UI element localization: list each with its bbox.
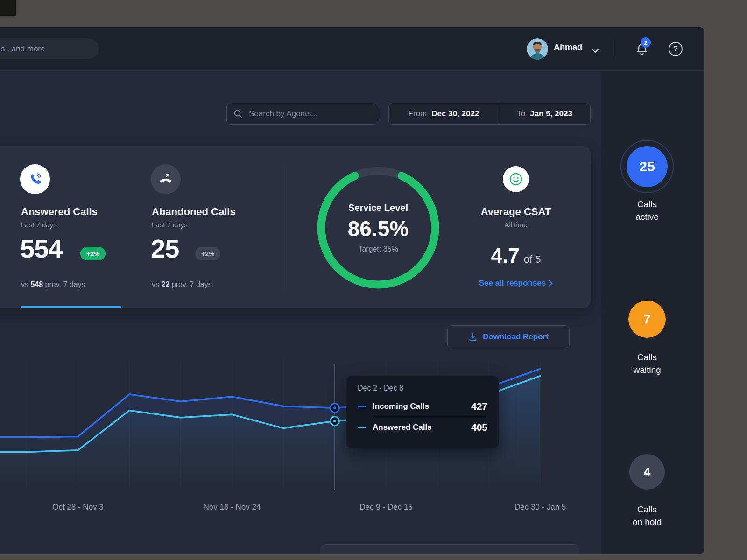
calls-waiting-label: Calls waiting [614, 351, 680, 376]
answered-calls-delta-badge: +2% [80, 247, 106, 260]
window-frame-corner [0, 0, 16, 16]
download-icon [468, 332, 478, 342]
calls-active-counter[interactable]: 25 [627, 146, 668, 187]
calls-on-hold-counter[interactable]: 4 [629, 454, 665, 490]
abandoned-calls-comparison: vs 22 prev. 7 days [152, 280, 212, 289]
agent-search-input[interactable] [249, 109, 361, 119]
csat-title: Average CSAT [460, 206, 572, 218]
chevron-right-icon [549, 280, 553, 287]
agent-search-box[interactable] [226, 103, 378, 125]
kpi-summary-card: Answered Calls Last 7 days 554 +2% vs 54… [0, 146, 591, 308]
csat-period: All time [460, 221, 572, 229]
next-section-edge [320, 544, 579, 554]
csat-smiley-icon [503, 166, 529, 192]
svg-text:Dec 9 - Dec 15: Dec 9 - Dec 15 [359, 503, 412, 511]
tooltip-row-incoming: Incoming Calls 427 [358, 396, 487, 417]
abandoned-calls-title[interactable]: Abandoned Calls [152, 206, 236, 218]
topbar-divider [613, 41, 613, 58]
svg-text:Nov 18 - Nov 24: Nov 18 - Nov 24 [204, 503, 261, 511]
notification-badge: 2 [641, 37, 651, 48]
answered-calls-comparison: vs 548 prev. 7 days [21, 280, 85, 289]
csat-scale: of 5 [524, 253, 541, 266]
chart-tooltip: Dec 2 - Dec 8 Incoming Calls 427 Answere… [346, 376, 499, 448]
incoming-series-swatch [358, 406, 366, 407]
date-to-value: Jan 5, 2023 [530, 109, 572, 119]
answered-calls-icon [20, 164, 50, 194]
service-level-value: 86.5% [348, 216, 409, 241]
answered-series-swatch [358, 427, 366, 428]
svg-text:Dec 30 - Jan 5: Dec 30 - Jan 5 [514, 503, 566, 511]
answered-calls-value: 554 [20, 234, 62, 264]
answered-calls-period: Last 7 days [21, 221, 57, 229]
service-level-text: Service Level 86.5% Target: 85% [313, 162, 444, 293]
chevron-down-icon[interactable] [592, 47, 599, 55]
service-level-target: Target: 85% [358, 245, 398, 253]
user-name[interactable]: Ahmad [554, 42, 582, 52]
date-to-field[interactable]: To Jan 5, 2023 [499, 103, 590, 124]
answered-calls-title[interactable]: Answered Calls [21, 206, 98, 218]
svg-text:Oct 28 - Nov 3: Oct 28 - Nov 3 [52, 503, 104, 511]
card-divider [284, 164, 284, 291]
avatar[interactable] [527, 38, 548, 60]
help-glyph: ? [673, 45, 678, 53]
calls-waiting-counter[interactable]: 7 [628, 301, 666, 338]
see-all-responses-link[interactable]: See all responses [460, 279, 572, 288]
active-tab-indicator [21, 306, 121, 308]
abandoned-calls-period: Last 7 days [152, 221, 188, 229]
tooltip-date-range: Dec 2 - Dec 8 [358, 384, 487, 392]
download-report-button[interactable]: Download Report [447, 325, 570, 348]
abandoned-calls-value: 25 [151, 234, 179, 264]
global-search-pill[interactable]: s , and more [0, 38, 99, 59]
service-level-title: Service Level [348, 203, 408, 213]
date-from-label: From [409, 109, 427, 119]
date-to-label: To [517, 109, 525, 119]
help-button[interactable]: ? [669, 42, 683, 56]
abandoned-calls-delta-badge: +2% [195, 247, 220, 260]
global-search-text: s , and more [1, 44, 45, 54]
date-range-picker: From Dec 30, 2022 To Jan 5, 2023 [388, 103, 591, 125]
csat-value: 4.7 [491, 244, 520, 267]
date-from-value: Dec 30, 2022 [431, 109, 479, 119]
tooltip-row-answered: Answered Calls 405 [358, 417, 487, 438]
abandoned-calls-icon [151, 164, 181, 194]
download-report-label: Download Report [483, 332, 549, 342]
calls-active-label: Calls active [614, 198, 680, 223]
date-from-field[interactable]: From Dec 30, 2022 [389, 103, 499, 124]
calls-on-hold-label: Calls on hold [614, 503, 680, 528]
app-window: s , and more Ahmad 2 ? [0, 27, 704, 554]
search-icon [233, 109, 243, 119]
csat-score: 4.7 of 5 [460, 244, 572, 267]
